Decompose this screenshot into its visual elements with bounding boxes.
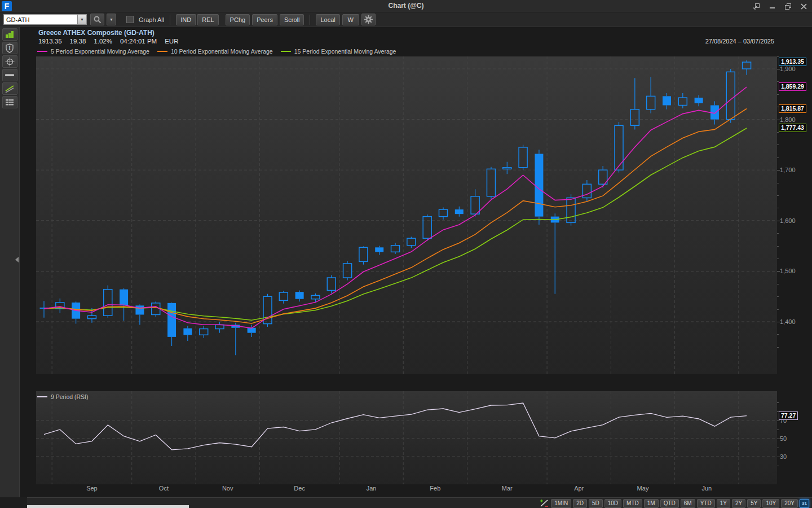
timeframe-button-10y[interactable]: 10Y: [762, 499, 779, 508]
pchg-button[interactable]: PChg: [226, 14, 250, 25]
candle: [630, 78, 639, 129]
sidebar-collapse-arrow-icon[interactable]: [15, 257, 19, 262]
candle: [695, 95, 703, 107]
symbol-dropdown-icon[interactable]: ▼: [78, 14, 87, 25]
candle: [519, 144, 527, 170]
price-axis-tick: [777, 183, 779, 183]
price-axis-tick: [777, 132, 779, 133]
month-label-may: May: [637, 485, 649, 492]
candle: [439, 208, 448, 220]
timeframe-button-20y[interactable]: 20Y: [781, 499, 798, 508]
search-dropdown-icon[interactable]: ▼: [107, 14, 116, 25]
chart-type-button[interactable]: [2, 28, 17, 41]
price-change-pct: 1.02%: [94, 38, 112, 45]
price-axis-tick: [777, 334, 779, 335]
trendline-button[interactable]: [2, 82, 17, 95]
month-label-sep: Sep: [86, 485, 98, 492]
timeframe-button-qtd[interactable]: QTD: [660, 499, 679, 508]
rel-button[interactable]: REL: [197, 14, 218, 25]
candle: [678, 93, 687, 108]
graph-all-checkbox[interactable]: [126, 16, 134, 23]
timeframe-button-5y[interactable]: 5Y: [747, 499, 761, 508]
background-window-edge: [27, 505, 189, 508]
scroll-button[interactable]: Scroll: [280, 14, 304, 25]
horizontal-line-button[interactable]: [2, 69, 17, 81]
symbol-input[interactable]: [3, 14, 78, 25]
candle: [743, 60, 751, 75]
candle: [582, 180, 591, 202]
price-axis-tick: [777, 259, 779, 259]
last-price: 1913.35: [38, 38, 62, 45]
indicator-button[interactable]: I: [2, 42, 17, 54]
legend-item-ema5[interactable]: 5 Period Exponential Moving Average: [37, 48, 149, 55]
price-axis-tick: [777, 284, 779, 284]
search-button[interactable]: [90, 14, 104, 25]
rsi-axis-tick: [777, 402, 779, 403]
rsi-plot[interactable]: [36, 391, 777, 484]
legend-item-ema15[interactable]: 15 Period Exponential Moving Average: [281, 48, 396, 55]
price-axis-tick: [777, 195, 779, 196]
rsi-value-badge: 77.27: [779, 411, 798, 420]
candle: [375, 246, 383, 255]
search-icon: [94, 16, 102, 24]
crosshair-button[interactable]: [2, 55, 17, 68]
rsi-legend[interactable]: 9 Period (RSI): [37, 393, 89, 400]
timeframe-button-1m[interactable]: 1M: [644, 499, 659, 508]
price-change: 19.38: [70, 38, 86, 45]
month-label-oct: Oct: [159, 485, 169, 492]
candle: [343, 261, 352, 280]
ema10-label: 10 Period Exponential Moving Average: [171, 48, 273, 55]
timeframe-button-5d[interactable]: 5D: [589, 499, 603, 508]
calendar-button[interactable]: 31: [800, 499, 809, 508]
popin-icon[interactable]: [752, 2, 760, 10]
rsi-chart: [36, 391, 777, 484]
timeframe-button-1min[interactable]: 1MIN: [551, 499, 571, 508]
peers-button[interactable]: Peers: [252, 14, 277, 25]
candle: [503, 162, 511, 174]
timeframe-button-2y[interactable]: 2Y: [732, 499, 745, 508]
rsi-swatch: [37, 396, 47, 397]
price-plot[interactable]: [36, 56, 777, 374]
close-icon[interactable]: [800, 2, 807, 10]
settings-gear-button[interactable]: [361, 14, 376, 25]
candle: [615, 122, 623, 173]
trendline-icon: [5, 84, 15, 93]
timeframe-button-mtd[interactable]: MTD: [623, 499, 642, 508]
timeframe-button-10d[interactable]: 10D: [604, 499, 621, 508]
candle: [407, 237, 416, 248]
date-range: 27/08/2024 – 03/07/2025: [705, 38, 774, 45]
price-axis-tick: [777, 94, 779, 95]
symbol-combo: ▼: [3, 14, 87, 25]
candle: [152, 301, 160, 317]
candle: [56, 299, 64, 313]
toolbar: ▼ ▼ Graph All IND REL PChg Peers Scroll …: [0, 12, 812, 27]
timeframe-button-2d[interactable]: 2D: [573, 499, 587, 508]
price-axis-tick: [777, 233, 779, 234]
timeframe-button-1y[interactable]: 1Y: [717, 499, 730, 508]
shield-icon: I: [5, 43, 14, 53]
price-axis-tick: [777, 120, 780, 120]
candle: [327, 275, 336, 294]
candle: [647, 77, 655, 113]
timeframe-button-ytd[interactable]: YTD: [697, 499, 715, 508]
chart-settings-button[interactable]: [539, 499, 549, 508]
candles-layer: [40, 60, 751, 355]
restore-icon[interactable]: [784, 2, 792, 10]
w-button[interactable]: W: [342, 14, 359, 25]
legend-item-ema10[interactable]: 10 Period Exponential Moving Average: [157, 48, 273, 55]
ema15-swatch: [281, 51, 291, 52]
chart-window: F Chart (@C) ▼ ▼: [0, 0, 812, 508]
crosshair-icon: [5, 57, 15, 67]
ind-button[interactable]: IND: [176, 14, 196, 25]
candle: [104, 285, 112, 317]
timeframe-button-6m[interactable]: 6M: [681, 499, 695, 508]
local-button[interactable]: Local: [316, 14, 339, 25]
month-label-nov: Nov: [222, 485, 233, 492]
candle: [391, 243, 400, 254]
price-axis-tick: [777, 144, 779, 145]
price-axis-tick: [777, 246, 779, 247]
ema10-swatch: [157, 51, 167, 52]
minimize-icon[interactable]: [768, 2, 776, 10]
ema10-value-badge: 1,815.87: [779, 104, 806, 113]
grid-view-button[interactable]: [2, 96, 17, 108]
